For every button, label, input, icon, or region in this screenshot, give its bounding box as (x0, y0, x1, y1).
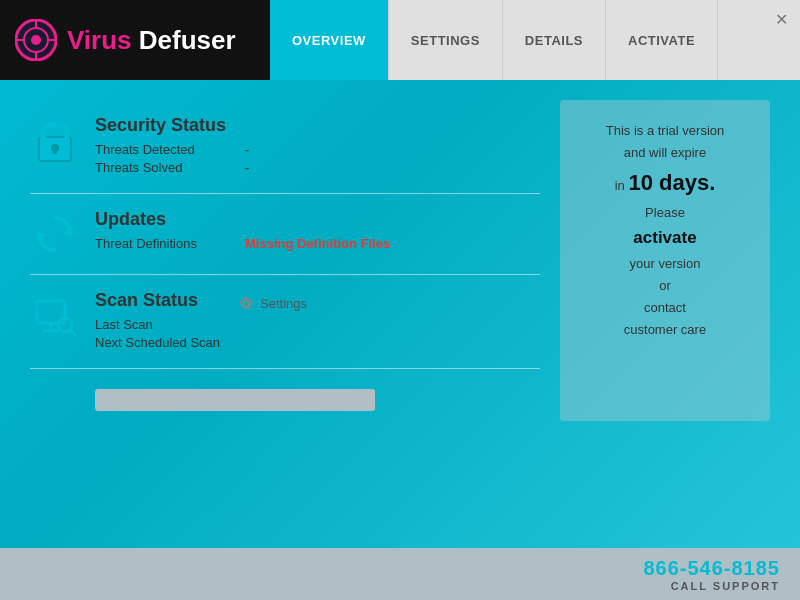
close-button[interactable]: ✕ (775, 10, 788, 29)
trial-line2: and will expire (606, 142, 724, 164)
trial-line8: customer care (606, 319, 724, 341)
svg-line-16 (70, 330, 75, 335)
threats-detected-value: - (245, 142, 249, 157)
footer: 866-546-8185 CALL SUPPORT (0, 548, 800, 600)
threats-detected-row: Threats Detected - (95, 142, 540, 157)
threats-solved-label: Threats Solved (95, 160, 245, 175)
svg-rect-9 (53, 148, 57, 154)
updates-icon (30, 209, 80, 259)
scan-progress-area (30, 369, 540, 421)
phone-number[interactable]: 866-546-8185 (643, 557, 780, 580)
threat-definitions-row: Threat Definitions Missing Definition Fi… (95, 236, 540, 251)
progress-bar (95, 389, 375, 411)
security-body: Security Status Threats Detected - Threa… (95, 115, 540, 178)
tab-settings[interactable]: SETTINGS (389, 0, 503, 80)
threat-definitions-value: Missing Definition Files (245, 236, 390, 251)
trial-days: 10 days. (628, 170, 715, 195)
updates-section: Updates Threat Definitions Missing Defin… (30, 194, 540, 275)
threats-solved-row: Threats Solved - (95, 160, 540, 175)
trial-line7: contact (606, 297, 724, 319)
gear-icon (238, 296, 254, 312)
scan-body: Scan Status Settings Last Scan (95, 290, 540, 353)
threats-detected-label: Threats Detected (95, 142, 245, 157)
tab-activate[interactable]: ACTIVATE (606, 0, 718, 80)
trial-line1: This is a trial version (606, 120, 724, 142)
settings-link[interactable]: Settings (238, 296, 307, 312)
main-content: Security Status Threats Detected - Threa… (0, 80, 800, 441)
trial-activate: activate (606, 224, 724, 253)
title-bar: Virus Defuser OVERVIEW SETTINGS DETAILS … (0, 0, 800, 80)
threat-definitions-label: Threat Definitions (95, 236, 245, 251)
logo-icon (15, 19, 57, 61)
svg-point-17 (243, 301, 249, 307)
scan-title: Scan Status (95, 290, 198, 311)
security-icon (30, 115, 80, 165)
tab-overview[interactable]: OVERVIEW (270, 0, 389, 80)
trial-text: This is a trial version and will expire … (606, 120, 724, 341)
next-scan-label: Next Scheduled Scan (95, 335, 245, 350)
scan-section: Scan Status Settings Last Scan (30, 275, 540, 369)
scan-icon (30, 290, 80, 340)
security-section: Security Status Threats Detected - Threa… (30, 100, 540, 194)
next-scan-row: Next Scheduled Scan (95, 335, 540, 350)
last-scan-row: Last Scan (95, 317, 540, 332)
updates-title: Updates (95, 209, 540, 230)
threats-solved-value: - (245, 160, 249, 175)
nav-tabs: OVERVIEW SETTINGS DETAILS ACTIVATE (270, 0, 800, 80)
svg-point-2 (31, 35, 41, 45)
trial-notice: This is a trial version and will expire … (560, 100, 770, 421)
updates-body: Updates Threat Definitions Missing Defin… (95, 209, 540, 254)
trial-line4: Please (606, 202, 724, 224)
trial-line6: or (606, 275, 724, 297)
security-title: Security Status (95, 115, 540, 136)
last-scan-label: Last Scan (95, 317, 245, 332)
tab-details[interactable]: DETAILS (503, 0, 606, 80)
logo-text: Virus Defuser (67, 25, 236, 56)
call-support-label: CALL SUPPORT (671, 580, 780, 592)
settings-label: Settings (260, 296, 307, 311)
left-panel: Security Status Threats Detected - Threa… (30, 100, 540, 421)
trial-line3: in 10 days. (606, 164, 724, 201)
logo-area: Virus Defuser (0, 0, 270, 80)
svg-marker-10 (63, 226, 71, 234)
trial-line5: your version (606, 253, 724, 275)
